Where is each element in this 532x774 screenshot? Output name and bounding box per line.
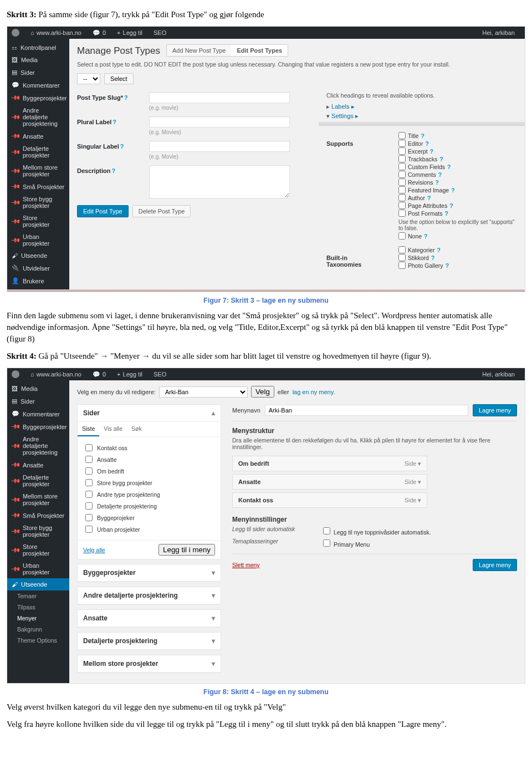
- menuname-input[interactable]: [265, 405, 468, 416]
- support-item[interactable]: Page Attributes?: [398, 202, 517, 209]
- support-item[interactable]: Comments?: [398, 171, 517, 178]
- velg-alle-link[interactable]: Velg alle: [83, 547, 105, 553]
- sidebar-item[interactable]: ▤Sider: [7, 395, 69, 408]
- sidebar-item[interactable]: 🔌Utvidelser: [7, 262, 69, 274]
- tab-add-new[interactable]: Add New Post Type: [167, 45, 231, 56]
- tax-item[interactable]: Kategorier?: [398, 246, 517, 253]
- sidebar-item[interactable]: 📌Mellom store prosjekter: [7, 161, 69, 180]
- help-icon[interactable]: ?: [124, 94, 128, 101]
- new-menu-link[interactable]: lag en ny meny.: [293, 389, 335, 395]
- sidebar-item[interactable]: 🖾Media: [7, 54, 69, 66]
- support-item[interactable]: Excerpt?: [398, 147, 517, 155]
- page-checkbox[interactable]: Byggeprojeker: [83, 512, 215, 523]
- help-icon[interactable]: ?: [436, 179, 439, 186]
- sidebar-item[interactable]: 📌Urban prosjekter: [7, 559, 69, 578]
- site-link[interactable]: ⌂ www.arki-ban.no: [30, 29, 87, 36]
- delete-post-type-button[interactable]: Delete Post Type: [132, 205, 191, 217]
- collapsed-panel[interactable]: Byggeprosjekter▾: [77, 564, 221, 582]
- collapsed-panel[interactable]: Mellom store prosjekter▾: [77, 655, 221, 673]
- edit-post-type-button[interactable]: Edit Post Type: [77, 205, 129, 217]
- collapsed-panel[interactable]: Ansatte▾: [77, 609, 221, 628]
- sidebar-item[interactable]: 📌Små Prosjekter: [7, 509, 69, 522]
- sidebar-item[interactable]: 📌Store prosjekter: [7, 212, 69, 231]
- sidebar-item[interactable]: 📌Byggeprosjekter: [7, 420, 69, 433]
- sidebar-item[interactable]: 💬Kommentarer: [7, 408, 69, 420]
- sidebar-item[interactable]: 📌Detaljerte prosjekter: [7, 471, 69, 490]
- help-icon[interactable]: ?: [427, 195, 431, 201]
- sidebar-item[interactable]: 🖾Media: [7, 383, 69, 395]
- sidebar-sub[interactable]: Bakgrunn: [7, 624, 69, 635]
- theme-loc-checkbox[interactable]: Primary Menu: [321, 538, 370, 548]
- sidebar-item[interactable]: 📌Urban prosjekter: [7, 231, 69, 249]
- slug-input[interactable]: [149, 92, 290, 103]
- sidebar-item[interactable]: 📌Byggeprosjekter: [7, 91, 69, 104]
- tab-sok[interactable]: Søk: [127, 422, 146, 436]
- menu-item[interactable]: AnsatteSide ▾: [232, 474, 427, 490]
- sidebar-sub[interactable]: Theme Options: [7, 635, 69, 646]
- add-new[interactable]: + Legg til: [117, 371, 148, 378]
- sidebar-item[interactable]: 📌Andre detaljerte prosjektering: [7, 433, 69, 459]
- sidebar-item-utseende[interactable]: 🖌Utseende: [7, 578, 69, 590]
- sidebar-sub-menyer[interactable]: Menyer: [7, 613, 69, 624]
- plural-input[interactable]: [149, 116, 290, 128]
- chevron-up-icon[interactable]: ▴: [212, 409, 215, 417]
- greeting[interactable]: Hei, arkiban: [482, 371, 515, 378]
- sidebar-sub[interactable]: Temaer: [7, 590, 69, 602]
- help-icon[interactable]: ?: [112, 119, 116, 125]
- help-icon[interactable]: ?: [444, 210, 448, 217]
- menu-item[interactable]: Om bedriftSide ▾: [232, 456, 427, 471]
- tab-visalle[interactable]: Vis alle: [99, 422, 127, 436]
- sidebar-item[interactable]: 🖌Utseende: [7, 249, 69, 262]
- post-type-select[interactable]: --: [77, 73, 100, 84]
- sidebar-item[interactable]: 📌Detaljerte prosjekter: [7, 142, 69, 161]
- help-icon[interactable]: ?: [112, 167, 116, 174]
- add-to-menu-button[interactable]: Legg til i meny: [158, 544, 215, 556]
- sidebar-item[interactable]: 📌Store bygg prosjekter: [7, 193, 69, 212]
- help-icon[interactable]: ?: [120, 143, 124, 150]
- page-checkbox[interactable]: Detaljerte prosjektering: [83, 501, 215, 511]
- help-icon[interactable]: ?: [421, 133, 424, 139]
- comments-icon[interactable]: 💬 0: [93, 29, 111, 37]
- help-icon[interactable]: ?: [437, 247, 440, 253]
- help-icon[interactable]: ?: [451, 187, 454, 194]
- menu-item[interactable]: Kontakt ossSide ▾: [232, 492, 427, 508]
- sidebar-item[interactable]: 📌Store bygg prosjekter: [7, 522, 69, 541]
- seo-link[interactable]: SEO: [154, 29, 166, 36]
- support-item[interactable]: Trackbacks?: [398, 155, 517, 162]
- sidebar-item[interactable]: 📌Store prosjekter: [7, 541, 69, 559]
- add-new[interactable]: + Legg til: [117, 29, 148, 36]
- page-checkbox[interactable]: Andre type prosjektering: [83, 489, 215, 500]
- comments-icon[interactable]: 💬 0: [93, 371, 111, 378]
- page-checkbox[interactable]: Ansatte: [83, 454, 215, 465]
- sidebar-item[interactable]: 👤Brukere: [7, 274, 69, 287]
- save-menu-button-top[interactable]: Lagre meny: [473, 404, 517, 416]
- greeting[interactable]: Hei, arkiban: [482, 29, 515, 36]
- sidebar-item[interactable]: 📌Små Prosjekter: [7, 180, 69, 193]
- tax-item[interactable]: Stikkord?: [398, 254, 517, 261]
- collapsed-panel[interactable]: Andre detaljerte prosjektering▾: [77, 587, 221, 605]
- site-link[interactable]: ⌂ www.arki-ban.no: [30, 371, 87, 378]
- support-item[interactable]: Featured Image?: [398, 186, 517, 194]
- support-item[interactable]: Title?: [398, 132, 517, 139]
- support-item[interactable]: Author?: [398, 194, 517, 201]
- help-icon[interactable]: ?: [447, 164, 451, 170]
- sidebar-item[interactable]: ▤Sider: [7, 66, 69, 79]
- wp-logo-icon[interactable]: [12, 29, 25, 37]
- support-item[interactable]: Post Formats?: [398, 210, 517, 217]
- help-icon[interactable]: ?: [424, 233, 427, 240]
- help-icon[interactable]: ?: [431, 254, 434, 261]
- collapsed-panel[interactable]: Detaljerte prosjektering▾: [77, 632, 221, 650]
- page-checkbox[interactable]: Kontakt oss: [83, 442, 215, 453]
- sidebar-item[interactable]: 📌Ansatte: [7, 459, 69, 471]
- help-icon[interactable]: ?: [425, 140, 428, 147]
- help-icon[interactable]: ?: [446, 262, 449, 269]
- sidebar-item[interactable]: 📌Ansatte: [7, 130, 69, 142]
- support-item[interactable]: Revisions?: [398, 179, 517, 186]
- labels-accordion[interactable]: Labels ▸: [326, 103, 517, 110]
- page-checkbox[interactable]: Om bedrift: [83, 466, 215, 476]
- support-item[interactable]: Editor?: [398, 140, 517, 147]
- save-menu-button-bottom[interactable]: Lagre meny: [473, 559, 517, 571]
- tax-item[interactable]: Photo Gallery?: [398, 262, 517, 269]
- page-checkbox[interactable]: Store bygg prosjekter: [83, 477, 215, 488]
- sidebar-item[interactable]: 💬Kommentarer: [7, 79, 69, 91]
